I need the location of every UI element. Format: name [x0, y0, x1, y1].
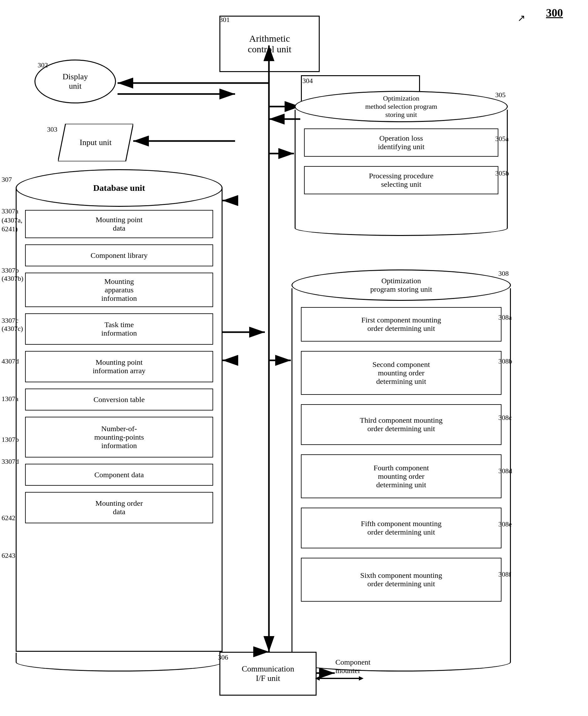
db-item-num-mounting-points: Number-of- mounting-points information: [25, 417, 213, 457]
prog-item-fourth: Fourth component mounting order determin…: [301, 454, 502, 498]
db-item-mounting-order-data: Mounting order data: [25, 492, 213, 523]
prog-item-third: Third component mounting order determini…: [301, 404, 502, 445]
arrow-300: ↗: [518, 13, 525, 23]
ref-305a: 305a: [495, 135, 509, 143]
ref-305: 305: [495, 91, 506, 99]
ref-308e: 308e: [498, 520, 512, 528]
db-item-component-library: Component library: [25, 244, 213, 266]
opt-prog-title: Optimization program storing unit: [292, 269, 511, 301]
ref-308d: 308d: [498, 467, 512, 475]
db-bottom: [16, 653, 223, 672]
opt-method-item-proc-sel: Processing procedure selecting unit: [304, 166, 498, 194]
input-label: Input unit: [80, 138, 111, 147]
ref-308f: 308f: [498, 570, 511, 579]
comm-unit: Communication I/F unit: [219, 652, 317, 696]
opt-prog-cylinder: Optimization program storing unit First …: [292, 269, 511, 671]
diagram-container: 300 ↗ Arithmetic control unit 301 Memory…: [0, 0, 588, 716]
ref-308: 308: [498, 269, 509, 278]
db-item-task-time: Task time information: [25, 313, 213, 345]
ref-4307d: 4307d: [2, 357, 19, 365]
opt-prog-bottom: [292, 653, 511, 672]
ref-3307a: 3307a(4307a,6241): [2, 207, 23, 234]
db-item-mounting-apparatus: Mounting apparatus information: [25, 273, 213, 307]
ref-306: 306: [218, 653, 228, 661]
opt-method-cylinder: Optimization method selection program st…: [295, 91, 508, 235]
component-mounter-label: Component mounter: [335, 658, 371, 675]
opt-method-item-op-loss: Operation loss identifying unit: [304, 128, 498, 157]
ref-1307b: 1307b: [2, 436, 19, 444]
ref-300-label: 300: [546, 6, 563, 19]
ref-3307c: 3307c(4307c): [2, 317, 23, 333]
arithmetic-label: Arithmetic control unit: [248, 33, 291, 55]
database-cylinder: Database unit Mounting point data Compon…: [16, 169, 223, 671]
db-item-conversion-table: Conversion table: [25, 389, 213, 411]
opt-method-title: Optimization method selection program st…: [295, 91, 508, 122]
ref-305b: 305b: [495, 169, 509, 177]
prog-item-fifth: Fifth component mounting order determini…: [301, 507, 502, 548]
opt-method-bottom: [295, 220, 508, 236]
ref-308c: 308c: [498, 414, 512, 422]
ref-308b: 308b: [498, 357, 512, 365]
display-label: Display unit: [63, 72, 88, 91]
arithmetic-ref: 301: [219, 16, 230, 24]
ref-308a: 308a: [498, 313, 512, 322]
arithmetic-control-unit: Arithmetic control unit: [219, 16, 320, 72]
input-unit-wrapper: Input unit: [58, 124, 133, 161]
ref-1307a: 1307a: [2, 395, 19, 403]
input-ref: 303: [47, 125, 57, 133]
ref-6243: 6243: [2, 551, 15, 560]
ref-6242: 6242: [2, 514, 15, 522]
db-item-mounting-point-data: Mounting point data: [25, 210, 213, 238]
memory-ref: 304: [302, 77, 313, 85]
prog-item-second: Second component mounting order determin…: [301, 351, 502, 395]
db-item-mounting-point-array: Mounting point information array: [25, 351, 213, 382]
ref-3307b: 3307b(4307b): [2, 266, 23, 283]
display-ref: 302: [38, 61, 48, 69]
comm-label: Communication I/F unit: [241, 664, 294, 683]
prog-item-first: First component mounting order determini…: [301, 307, 502, 342]
ref-3307d: 3307d: [2, 457, 19, 465]
db-item-component-data: Component data: [25, 464, 213, 486]
svg-marker-21: [359, 676, 363, 680]
ref-307: 307: [2, 175, 12, 183]
prog-item-sixth: Sixth component mounting order determini…: [301, 558, 502, 602]
db-title: Database unit: [16, 169, 223, 207]
